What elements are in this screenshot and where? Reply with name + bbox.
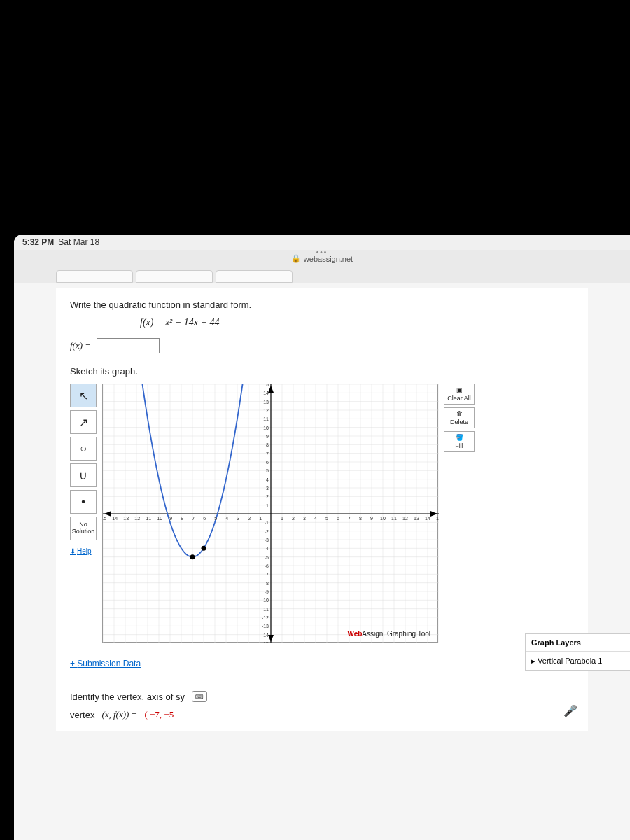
- status-date: Sat Mar 18: [58, 237, 99, 247]
- svg-text:2: 2: [266, 494, 269, 499]
- parabola-icon: ∪: [79, 469, 88, 482]
- expand-icon: +: [70, 659, 75, 668]
- svg-text:5: 5: [266, 468, 269, 473]
- svg-text:6: 6: [266, 460, 269, 465]
- svg-text:13: 13: [414, 516, 419, 521]
- svg-text:-12: -12: [262, 615, 269, 620]
- clear-all-button[interactable]: ▣ Clear All: [444, 384, 475, 405]
- circle-icon: ○: [80, 442, 87, 455]
- svg-text:-1: -1: [258, 516, 262, 521]
- circle-tool[interactable]: ○: [70, 437, 97, 461]
- graph-canvas[interactable]: -15-14-13-12-11-10-9-8-7-6-5-4-3-2-11234…: [102, 384, 438, 643]
- tab-row: [14, 267, 630, 283]
- graph-svg: -15-14-13-12-11-10-9-8-7-6-5-4-3-2-11234…: [103, 384, 439, 643]
- layer-marker-icon: ▸: [531, 657, 536, 665]
- svg-text:1: 1: [281, 516, 284, 521]
- url-text: webassign.net: [304, 255, 353, 263]
- no-solution-tool[interactable]: No Solution: [70, 517, 97, 540]
- fill-icon: 🪣: [456, 434, 463, 441]
- svg-text:12: 12: [402, 516, 408, 521]
- svg-text:-6: -6: [202, 516, 206, 521]
- fill-button[interactable]: 🪣 Fill: [444, 431, 475, 452]
- svg-text:10: 10: [380, 516, 386, 521]
- tab-slot[interactable]: [136, 270, 213, 283]
- svg-text:-1: -1: [265, 520, 269, 525]
- svg-marker-64: [268, 386, 274, 393]
- svg-text:5: 5: [326, 516, 328, 521]
- svg-text:7: 7: [266, 451, 269, 456]
- svg-text:10: 10: [263, 426, 269, 430]
- vertex-label: vertex: [70, 710, 94, 720]
- delete-button[interactable]: 🗑 Delete: [444, 407, 475, 428]
- svg-text:-13: -13: [122, 516, 129, 521]
- svg-text:15: 15: [263, 384, 269, 387]
- pointer-tool[interactable]: ↖: [70, 384, 97, 407]
- answer-input[interactable]: [97, 338, 160, 354]
- identify-label: Identify the vertex, axis of sy: [70, 692, 185, 702]
- svg-text:14: 14: [425, 516, 430, 521]
- svg-text:4: 4: [314, 516, 317, 521]
- svg-text:8: 8: [359, 516, 362, 521]
- parabola-tool[interactable]: ∪: [70, 463, 97, 487]
- no-solution-label: No Solution: [71, 522, 96, 536]
- trash-icon: 🗑: [456, 410, 463, 417]
- submission-data-link[interactable]: + Submission Data: [70, 659, 141, 668]
- more-icon[interactable]: •••: [316, 248, 328, 256]
- svg-text:12: 12: [263, 408, 269, 413]
- svg-text:-15: -15: [103, 516, 106, 521]
- layers-header: Graph Layers «: [526, 634, 630, 652]
- svg-text:-4: -4: [224, 516, 228, 521]
- layers-title: Graph Layers: [531, 638, 581, 647]
- sketch-instruction: Sketch its graph.: [70, 366, 574, 377]
- side-controls: ▣ Clear All 🗑 Delete 🪣 Fill: [444, 384, 475, 452]
- svg-text:-13: -13: [262, 624, 269, 629]
- line-tool[interactable]: ↗: [70, 410, 97, 434]
- svg-point-68: [190, 554, 195, 559]
- branding: WebAssign. Graphing Tool: [347, 630, 430, 638]
- svg-text:-3: -3: [265, 538, 269, 542]
- tab-slot[interactable]: [216, 270, 293, 283]
- brand-assign: Assign.: [362, 630, 385, 638]
- svg-text:8: 8: [266, 442, 269, 447]
- vertex-expr: (x, f(x)) =: [102, 709, 137, 720]
- svg-text:-2: -2: [246, 516, 251, 521]
- svg-text:-10: -10: [262, 598, 269, 603]
- svg-text:-6: -6: [265, 564, 269, 568]
- instruction-text: Write the quadratic function in standard…: [70, 300, 574, 310]
- toolbox: ↖ ↗ ○ ∪ • No Solution ⬇ Help: [70, 384, 97, 555]
- svg-text:11: 11: [263, 416, 269, 421]
- clear-label: Clear All: [447, 395, 471, 402]
- fx-label: f(x) =: [70, 340, 91, 351]
- svg-text:11: 11: [391, 516, 397, 521]
- tab-slot[interactable]: [56, 270, 133, 283]
- svg-text:-5: -5: [213, 516, 217, 521]
- svg-text:-11: -11: [262, 607, 269, 612]
- keyboard-icon[interactable]: ⌨: [192, 691, 207, 702]
- svg-text:3: 3: [303, 516, 306, 521]
- svg-text:4: 4: [266, 477, 269, 482]
- svg-text:-14: -14: [262, 633, 269, 638]
- browser-toolbar: ••• 🔒 webassign.net: [14, 250, 630, 267]
- svg-text:-7: -7: [190, 516, 195, 521]
- delete-label: Delete: [450, 419, 468, 426]
- vertex-answer: ( −7, −5: [144, 709, 174, 720]
- point-tool[interactable]: •: [70, 490, 97, 514]
- svg-text:15: 15: [436, 516, 439, 521]
- svg-text:-15: -15: [262, 641, 269, 643]
- svg-text:-9: -9: [168, 516, 172, 521]
- layer-name: Vertical Parabola 1: [538, 657, 602, 665]
- brand-tool: Graphing Tool: [385, 630, 430, 638]
- help-icon: ⬇: [70, 547, 76, 555]
- svg-text:9: 9: [266, 434, 269, 439]
- mic-icon[interactable]: 🎤: [564, 704, 578, 718]
- svg-text:-3: -3: [235, 516, 239, 521]
- svg-point-69: [202, 546, 206, 551]
- help-label: Help: [77, 547, 92, 555]
- point-icon: •: [81, 496, 85, 508]
- layer-item[interactable]: ▸ Vertical Parabola 1 ✕: [526, 652, 630, 670]
- svg-text:-7: -7: [265, 572, 269, 577]
- svg-text:-10: -10: [155, 516, 162, 521]
- svg-text:9: 9: [370, 516, 373, 521]
- pointer-icon: ↖: [79, 389, 88, 402]
- help-link[interactable]: ⬇ Help: [70, 547, 97, 555]
